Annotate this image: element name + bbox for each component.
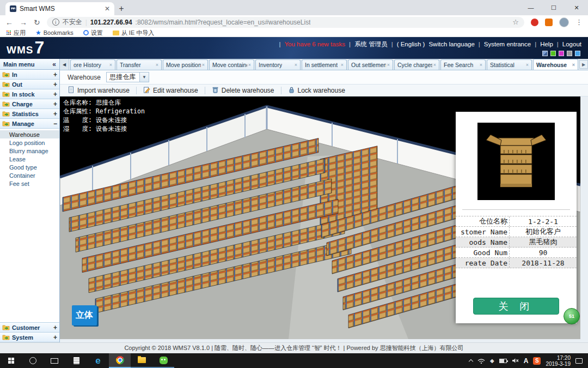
taskbar-clock[interactable]: 17:20 2019-3-19	[546, 355, 571, 367]
cortana-button[interactable]	[22, 353, 44, 368]
extension-icon[interactable]	[531, 19, 538, 26]
tab-statistical[interactable]: Statistical×	[487, 59, 532, 70]
import-warehouse-button[interactable]: Import warehouse	[63, 85, 134, 96]
sidebar-group-statistics[interactable]: Statistics +	[0, 109, 59, 119]
help-link[interactable]: Help	[540, 41, 553, 47]
tab-scroll-left-icon[interactable]: ◀	[60, 59, 69, 70]
chevron-down-icon[interactable]: ▼	[139, 73, 149, 82]
tab-store-history[interactable]: ore History×	[70, 59, 115, 70]
bookmarks-shortcut[interactable]: ★ Bookmarks	[35, 29, 74, 37]
notification-badge[interactable]: 51	[564, 308, 580, 324]
logout-link[interactable]: Logout	[562, 41, 581, 47]
tab-cycle-charges[interactable]: Cycle charges×	[394, 59, 439, 70]
battery-icon[interactable]	[499, 359, 507, 363]
tab-close-icon[interactable]: ×	[572, 62, 575, 68]
volume-muted-icon[interactable]	[512, 356, 519, 366]
sidebar-item-good-type[interactable]: Good type	[0, 163, 59, 171]
tab-close-icon[interactable]: ×	[480, 62, 482, 68]
tab-close-icon[interactable]: ×	[248, 62, 251, 68]
settings-shortcut[interactable]: 设置	[83, 29, 103, 37]
sidebar-group-system[interactable]: System +	[0, 333, 59, 342]
close-button[interactable]: ✕	[565, 0, 588, 15]
theme-swatch[interactable]	[567, 51, 572, 56]
tab-close-icon[interactable]: ×	[295, 62, 297, 68]
ime-indicator[interactable]: A	[524, 357, 529, 365]
collapse-icon[interactable]: −	[53, 120, 57, 128]
tab-warehouse[interactable]: Warehouse×	[533, 59, 578, 70]
sidebar-group-in-stock[interactable]: In stock +	[0, 89, 59, 99]
sidebar-group-customer[interactable]: Customer +	[0, 323, 59, 333]
warehouse-3d-viewport[interactable]: 仓库名称: 思撞仓库 仓库属性: Refrigeration 温 度: 设备未连…	[60, 96, 580, 339]
sidebar-item-fee-set[interactable]: Fee set	[0, 179, 59, 188]
sidebar-item-warehouse[interactable]: Warehouse	[0, 130, 59, 138]
lock-warehouse-button[interactable]: Lock warehouse	[284, 85, 350, 96]
tab-move-position[interactable]: Move position×	[163, 59, 208, 70]
expand-icon[interactable]: +	[53, 334, 57, 341]
start-button[interactable]	[0, 353, 22, 368]
info-icon[interactable]: i	[52, 19, 59, 26]
chrome-button[interactable]	[109, 353, 131, 368]
expand-icon[interactable]: +	[53, 81, 57, 88]
tab-close-icon[interactable]: ×	[202, 62, 205, 68]
tab-close-icon[interactable]: ×	[433, 62, 436, 68]
expand-icon[interactable]: +	[53, 71, 57, 79]
tab-close-icon[interactable]: ✕	[105, 5, 110, 12]
switch-language-link[interactable]: Switch language	[428, 41, 474, 47]
edge-button[interactable]: e	[87, 353, 109, 368]
tab-out-settlement[interactable]: Out settlement×	[348, 59, 393, 70]
tray-app-icon[interactable]: ◆	[490, 358, 494, 364]
expand-icon[interactable]: +	[53, 110, 57, 118]
tab-close-icon[interactable]: ×	[387, 62, 390, 68]
profile-avatar[interactable]	[559, 17, 569, 27]
close-panel-button[interactable]: 关 闭	[473, 298, 559, 315]
sidebar-item-blurry-manage[interactable]: Blurry manage	[0, 147, 59, 155]
theme-swatch[interactable]	[550, 51, 556, 56]
expand-icon[interactable]: +	[53, 100, 57, 108]
action-center-icon[interactable]	[575, 358, 583, 364]
system-entrance-link[interactable]: System entrance	[484, 41, 531, 47]
extension-icon[interactable]	[545, 19, 553, 26]
tab-move-container[interactable]: Move container×	[209, 59, 254, 70]
tray-expand-icon[interactable]	[469, 359, 473, 364]
sogou-input-icon[interactable]: S	[533, 357, 541, 365]
notepad-button[interactable]	[65, 353, 87, 368]
tab-scroll-right-icon[interactable]: ▶	[579, 60, 588, 69]
task-view-button[interactable]	[44, 353, 65, 368]
warehouse-combobox[interactable]: 思撞仓库 ▼	[106, 72, 149, 82]
tab-fee-search[interactable]: Fee Search×	[440, 59, 486, 70]
new-tab-button[interactable]: +	[114, 2, 128, 15]
browser-menu-icon[interactable]: ⋮	[575, 18, 583, 26]
delete-warehouse-button[interactable]: Delete warehouse	[207, 85, 279, 96]
tab-close-icon[interactable]: ×	[341, 62, 344, 68]
expand-icon[interactable]: +	[53, 91, 57, 98]
url-field[interactable]: i 不安全 101.227.66.94 :8082/wms/main.html?…	[47, 17, 524, 28]
import-ie-shortcut[interactable]: 从 IE 中导入	[113, 29, 155, 37]
sidebar-item-logo-position[interactable]: Logo position	[0, 138, 59, 147]
wechat-button[interactable]	[152, 353, 174, 368]
sidebar-group-manage[interactable]: Manage −	[0, 119, 59, 129]
edit-warehouse-button[interactable]: Edit warehouse	[139, 85, 203, 96]
tab-in-settlement[interactable]: In settlement×	[302, 59, 347, 70]
minimize-button[interactable]: —	[519, 0, 542, 15]
tab-close-icon[interactable]: ×	[156, 62, 158, 68]
sidebar-group-in[interactable]: In +	[0, 70, 59, 80]
sidebar-item-container[interactable]: Container	[0, 171, 59, 179]
collapse-sidebar-icon[interactable]: «	[52, 61, 56, 68]
new-tasks-link[interactable]: You have 6 new tasks	[285, 41, 345, 47]
tab-transfer[interactable]: Transfer×	[117, 59, 162, 70]
sidebar-group-out[interactable]: Out +	[0, 80, 59, 89]
stereo-view-button[interactable]: 立体	[72, 305, 97, 325]
expand-icon[interactable]: +	[53, 324, 57, 331]
tab-inventory[interactable]: Inventory×	[255, 59, 301, 70]
bookmark-star-icon[interactable]: ☆	[512, 18, 519, 26]
theme-swatch[interactable]	[575, 51, 580, 56]
apps-shortcut[interactable]: 应用	[7, 29, 26, 37]
tab-close-icon[interactable]: ×	[526, 62, 529, 68]
wifi-icon[interactable]	[477, 356, 485, 366]
theme-swatch[interactable]	[559, 51, 564, 56]
back-icon[interactable]: ←	[5, 19, 13, 26]
reload-icon[interactable]: ↻	[34, 19, 40, 26]
theme-swatch[interactable]	[542, 51, 548, 56]
file-explorer-button[interactable]	[131, 353, 152, 368]
browser-tab[interactable]: Smart WMS ✕	[5, 2, 114, 15]
